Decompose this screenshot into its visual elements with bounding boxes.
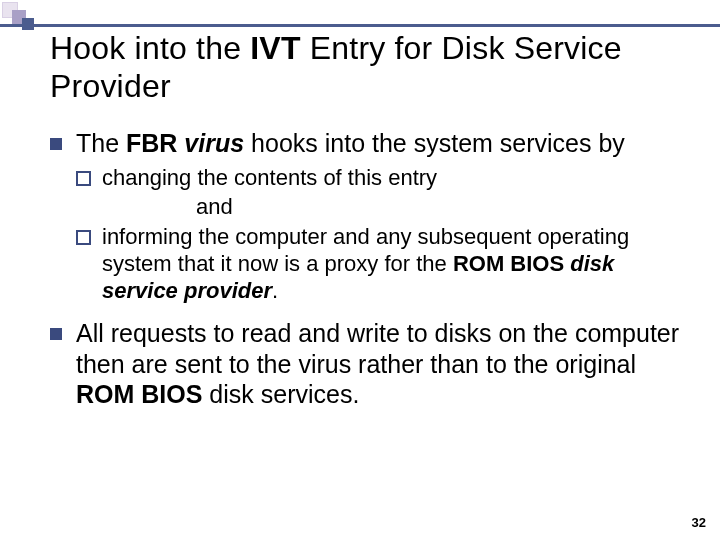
- text: and: [196, 194, 233, 219]
- sub-bullet-2: informing the computer and any subsequen…: [76, 223, 684, 305]
- text-bold: ROM BIOS: [453, 251, 570, 276]
- text-bold-italic: virus: [184, 129, 244, 157]
- text: changing the contents of this entry: [102, 165, 437, 190]
- decor-square-3: [22, 18, 34, 30]
- page-number: 32: [692, 515, 706, 530]
- text-bold: FBR: [126, 129, 184, 157]
- sub-bullet-and: and: [76, 193, 684, 220]
- decor-bar: [0, 24, 720, 27]
- slide-title: Hook into the IVT Entry for Disk Service…: [50, 30, 684, 106]
- text: All requests to read and write to disks …: [76, 319, 679, 378]
- text: hooks into the system services by: [244, 129, 625, 157]
- sub-bullet-1: changing the contents of this entry: [76, 164, 684, 191]
- sub-bullet-list: changing the contents of this entry and …: [76, 164, 684, 304]
- text-bold: ROM BIOS: [76, 380, 202, 408]
- bullet-list: The FBR virus hooks into the system serv…: [50, 128, 684, 410]
- bullet-item-2: All requests to read and write to disks …: [50, 318, 684, 410]
- text: The: [76, 129, 126, 157]
- bullet-item-1: The FBR virus hooks into the system serv…: [50, 128, 684, 305]
- text: .: [272, 278, 278, 303]
- slide-decoration: [0, 0, 720, 38]
- text: disk services.: [202, 380, 359, 408]
- slide-body: Hook into the IVT Entry for Disk Service…: [0, 0, 720, 410]
